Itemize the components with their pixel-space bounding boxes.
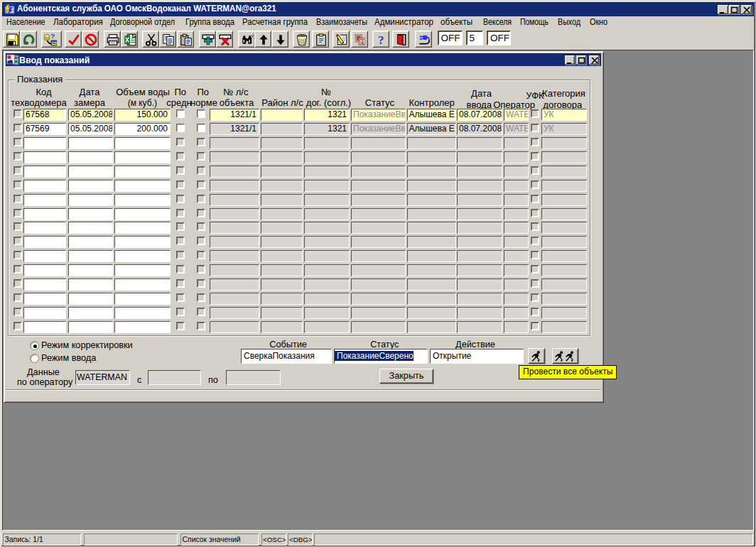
svg-text:?: ? bbox=[378, 33, 384, 46]
svg-text:?: ? bbox=[250, 33, 254, 40]
svg-text:?: ? bbox=[50, 33, 55, 40]
svg-text:FI: FI bbox=[360, 38, 365, 45]
